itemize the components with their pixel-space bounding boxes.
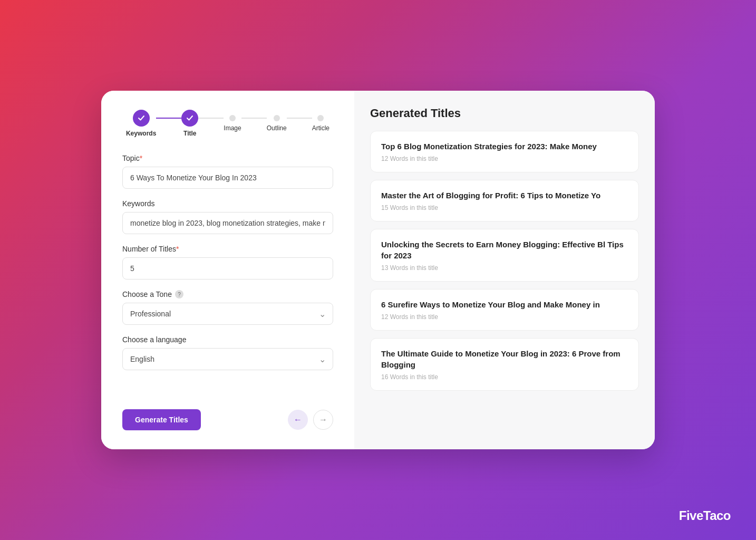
step-outline-label: Outline — [267, 124, 287, 132]
step-image-label: Image — [224, 124, 241, 132]
step-outline: Outline — [267, 115, 287, 132]
brand-taco: Taco — [703, 508, 731, 523]
step-outline-circle — [274, 115, 280, 121]
step-article-circle — [317, 115, 324, 121]
title-meta-1: 12 Words in this title — [381, 155, 628, 162]
title-meta-4: 12 Words in this title — [381, 313, 628, 321]
tone-info-icon[interactable]: ? — [175, 290, 183, 298]
step-image: Image — [224, 115, 241, 132]
tone-group: Choose a Tone ? Professional Casual Form… — [122, 290, 333, 325]
right-panel: Generated Titles Top 6 Blog Monetization… — [354, 91, 655, 449]
stepper: Keywords Title Image Outline — [122, 110, 333, 137]
main-card: Keywords Title Image Outline — [101, 91, 655, 449]
topic-group: Topic* — [122, 154, 333, 189]
title-text-4: 6 Surefire Ways to Monetize Your Blog an… — [381, 299, 628, 310]
left-panel: Keywords Title Image Outline — [101, 91, 354, 449]
connector-3 — [241, 118, 267, 119]
step-article: Article — [312, 115, 329, 132]
step-keywords-circle — [133, 110, 150, 127]
prev-icon: ← — [294, 415, 302, 425]
title-card-3: Unlocking the Secrets to Earn Money Blog… — [370, 229, 639, 282]
bottom-actions: Generate Titles ← → — [122, 399, 333, 430]
connector-1 — [156, 118, 181, 119]
tone-select-wrapper: Professional Casual Formal Friendly Pers… — [122, 303, 333, 325]
step-article-label: Article — [312, 124, 329, 132]
keywords-group: Keywords — [122, 199, 333, 234]
title-meta-3: 13 Words in this title — [381, 264, 628, 272]
step-title-label: Title — [183, 130, 196, 137]
num-titles-input[interactable] — [122, 257, 333, 279]
title-meta-2: 15 Words in this title — [381, 204, 628, 211]
title-text-3: Unlocking the Secrets to Earn Money Blog… — [381, 239, 628, 261]
topic-input[interactable] — [122, 167, 333, 189]
keywords-input[interactable] — [122, 212, 333, 234]
connector-4 — [287, 118, 312, 119]
tone-select[interactable]: Professional Casual Formal Friendly Pers… — [122, 303, 333, 325]
title-text-1: Top 6 Blog Monetization Strategies for 2… — [381, 141, 628, 152]
language-select-wrapper: English Spanish French German Italian — [122, 348, 333, 370]
brand-five: Five — [679, 508, 703, 523]
step-title-circle — [181, 110, 198, 127]
branding: FiveTaco — [679, 508, 731, 523]
keywords-label: Keywords — [122, 199, 333, 208]
title-text-2: Master the Art of Blogging for Profit: 6… — [381, 190, 628, 201]
title-card-5: The Ultimate Guide to Monetize Your Blog… — [370, 338, 639, 391]
title-card-4: 6 Surefire Ways to Monetize Your Blog an… — [370, 289, 639, 331]
next-icon: → — [319, 415, 327, 425]
nav-buttons: ← → — [288, 410, 333, 430]
step-keywords: Keywords — [126, 110, 156, 137]
num-titles-label: Number of Titles* — [122, 245, 333, 253]
prev-button[interactable]: ← — [288, 410, 308, 430]
generate-titles-button[interactable]: Generate Titles — [122, 409, 201, 430]
num-titles-group: Number of Titles* — [122, 245, 333, 279]
step-keywords-label: Keywords — [126, 130, 156, 137]
language-label: Choose a language — [122, 335, 333, 344]
language-group: Choose a language English Spanish French… — [122, 335, 333, 370]
tone-label: Choose a Tone ? — [122, 290, 333, 298]
step-image-circle — [229, 115, 236, 121]
title-card-1: Top 6 Blog Monetization Strategies for 2… — [370, 131, 639, 172]
title-meta-5: 16 Words in this title — [381, 373, 628, 381]
title-card-2: Master the Art of Blogging for Profit: 6… — [370, 180, 639, 221]
language-select[interactable]: English Spanish French German Italian — [122, 348, 333, 370]
step-title: Title — [181, 110, 198, 137]
generated-titles-heading: Generated Titles — [370, 107, 639, 120]
title-text-5: The Ultimate Guide to Monetize Your Blog… — [381, 348, 628, 370]
connector-2 — [198, 118, 224, 119]
next-button[interactable]: → — [313, 410, 333, 430]
topic-label: Topic* — [122, 154, 333, 162]
